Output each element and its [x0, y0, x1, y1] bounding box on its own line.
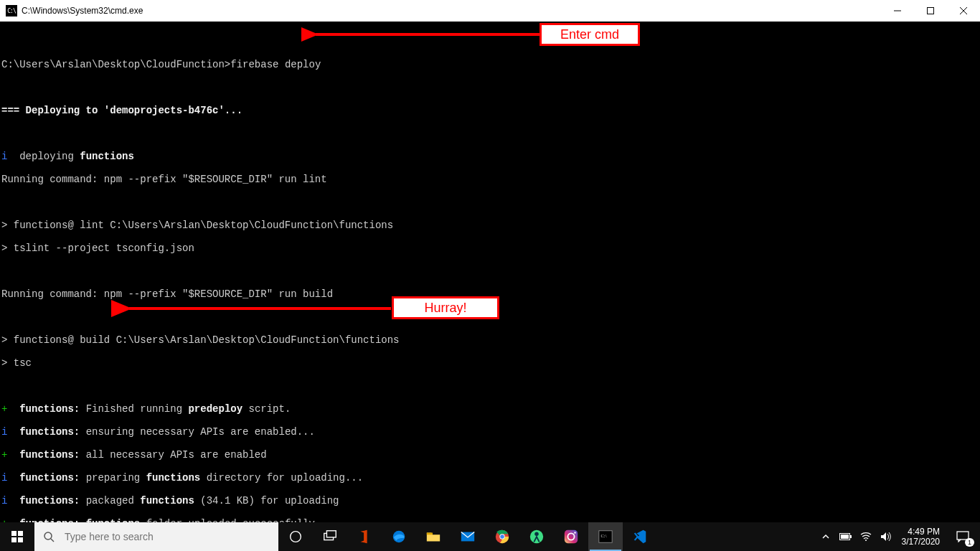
annotation-hurray: Hurray!: [392, 296, 499, 319]
chrome-icon: [494, 529, 510, 545]
annotation-enter-cmd: Enter cmd: [540, 23, 640, 46]
taskbar-app-chrome[interactable]: [485, 522, 519, 551]
svg-rect-8: [18, 537, 23, 542]
svg-rect-22: [565, 530, 578, 543]
taskbar-app-mail[interactable]: [451, 522, 485, 551]
taskbar-app-vscode[interactable]: [623, 522, 657, 551]
tray-volume[interactable]: [879, 522, 893, 551]
folder-icon: [425, 529, 441, 545]
start-button[interactable]: [0, 522, 34, 551]
taskbar: C:\ 4:49 PM 3/17/2020 1: [0, 522, 980, 551]
svg-point-30: [865, 540, 867, 541]
svg-rect-13: [326, 531, 336, 537]
android-studio-icon: [529, 529, 545, 545]
search-input[interactable]: [63, 530, 278, 543]
cmd-icon-text: C:\: [7, 8, 15, 14]
chevron-up-icon: [821, 532, 830, 541]
run-lint-line: Running command: npm --prefix "$RESOURCE…: [1, 174, 327, 185]
taskbar-app-cmd[interactable]: C:\: [588, 522, 623, 551]
mail-icon: [460, 529, 476, 545]
svg-point-11: [291, 532, 301, 542]
svg-text:C:\: C:\: [601, 533, 607, 538]
taskbar-clock[interactable]: 4:49 PM 3/17/2020: [896, 527, 946, 547]
cortana-button[interactable]: [278, 522, 313, 551]
prompt-path: C:\Users\Arslan\Desktop\CloudFunction>: [1, 59, 230, 70]
run-build-line: Running command: npm --prefix "$RESOURCE…: [1, 288, 333, 300]
task-view-icon: [322, 529, 338, 545]
office-icon: [357, 529, 372, 545]
entered-command: firebase deploy: [230, 59, 321, 70]
volume-icon: [880, 532, 892, 542]
tray-wifi[interactable]: [859, 522, 873, 551]
window-title: C:\Windows\System32\cmd.exe: [22, 6, 143, 16]
task-view-button[interactable]: [313, 522, 347, 551]
svg-rect-28: [850, 535, 852, 538]
svg-point-24: [574, 532, 575, 533]
tray-battery[interactable]: [839, 522, 853, 551]
instagram-icon: [563, 529, 579, 545]
status-prefix: i: [1, 151, 19, 162]
search-icon: [34, 531, 63, 542]
taskbar-app-explorer[interactable]: [416, 522, 451, 551]
notification-badge: 1: [965, 538, 974, 547]
taskbar-search[interactable]: [34, 522, 278, 551]
terminal-output[interactable]: C:\Users\Arslan\Desktop\CloudFunction>fi…: [0, 22, 980, 522]
svg-rect-7: [11, 537, 17, 542]
cmd-taskbar-icon: C:\: [598, 529, 613, 545]
clock-time: 4:49 PM: [902, 527, 940, 537]
svg-rect-5: [11, 531, 17, 536]
system-tray: [816, 522, 896, 551]
wifi-icon: [860, 532, 872, 542]
action-center-button[interactable]: 1: [946, 522, 980, 551]
tray-overflow[interactable]: [819, 522, 833, 551]
maximize-button[interactable]: [914, 0, 947, 22]
taskbar-app-instagram[interactable]: [554, 522, 588, 551]
taskbar-app-edge[interactable]: [382, 522, 416, 551]
vscode-icon: [632, 529, 648, 545]
edge-icon: [391, 529, 407, 545]
battery-icon: [839, 532, 852, 541]
svg-point-19: [500, 534, 504, 539]
window-titlebar: C:\ C:\Windows\System32\cmd.exe: [0, 0, 980, 22]
svg-rect-0: [928, 8, 934, 14]
taskbar-app-office[interactable]: [347, 522, 382, 551]
svg-line-10: [51, 539, 54, 542]
clock-date: 3/17/2020: [902, 537, 940, 547]
minimize-button[interactable]: [881, 0, 914, 22]
svg-rect-15: [427, 533, 433, 535]
deploying-line: === Deploying to 'demoprojects-b476c'...: [1, 105, 242, 116]
svg-rect-29: [841, 534, 849, 539]
close-button[interactable]: [947, 0, 980, 22]
cmd-icon: C:\: [6, 5, 17, 17]
cortana-icon: [288, 529, 303, 545]
taskbar-app-android-studio[interactable]: [519, 522, 554, 551]
windows-icon: [11, 531, 23, 542]
svg-point-9: [44, 532, 52, 540]
svg-rect-6: [18, 531, 23, 536]
